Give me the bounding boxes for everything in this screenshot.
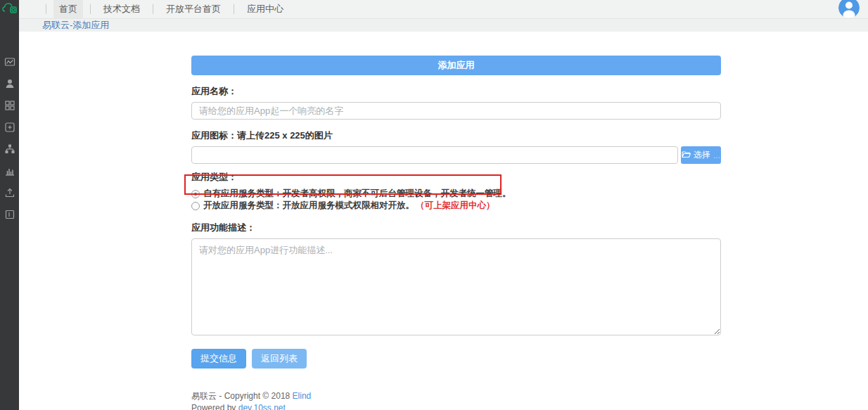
radio-open-service-note: （可上架应用中心） xyxy=(416,200,495,212)
breadcrumb[interactable]: 易联云-添加应用 xyxy=(42,19,109,32)
nav-separator xyxy=(153,4,153,14)
page: 首页 技术文档 开放平台首页 应用中心 易联云-添加应用 添加应用 应用名称： … xyxy=(0,0,868,410)
main-area: 首页 技术文档 开放平台首页 应用中心 易联云-添加应用 添加应用 应用名称： … xyxy=(19,0,868,410)
choose-file-button[interactable]: 选择 ... xyxy=(681,146,721,164)
choose-file-label: 选择 xyxy=(694,149,710,161)
app-name-input[interactable] xyxy=(191,102,721,120)
form-actions: 提交信息 返回列表 xyxy=(191,349,721,369)
radio-open-service-label: 开放应用服务类型：开放应用服务模式权限相对开放。 xyxy=(203,200,414,212)
radio-row-open-service: 开放应用服务类型：开放应用服务模式权限相对开放。 （可上架应用中心） xyxy=(191,200,721,212)
breadcrumb-bar: 易联云-添加应用 xyxy=(19,19,868,32)
footer-dev-link[interactable]: dev.10ss.net xyxy=(238,403,286,410)
app-logo-cloud-icon[interactable] xyxy=(1,1,18,15)
panel-icon[interactable] xyxy=(4,209,15,220)
radio-own-service[interactable] xyxy=(191,190,200,198)
footer-powered-text: Powered by xyxy=(191,403,238,410)
add-app-form: 添加应用 应用名称： 应用图标：请上传225 x 225的图片 选择 ... xyxy=(191,32,721,410)
content: 添加应用 应用名称： 应用图标：请上传225 x 225的图片 选择 ... xyxy=(19,32,868,410)
upload-icon[interactable] xyxy=(4,187,15,198)
app-type-label: 应用类型： xyxy=(191,171,721,184)
apps-grid-icon[interactable] xyxy=(4,100,15,111)
footer-copyright: 易联云 - Copyright © 2018 Elind xyxy=(191,390,721,402)
radio-own-service-label: 自有应用服务类型：开发者高权限，商家不可后台管理设备，开发者统一管理。 xyxy=(203,188,511,200)
footer: 易联云 - Copyright © 2018 Elind Powered by … xyxy=(191,390,721,410)
choose-file-dots: ... xyxy=(713,150,720,160)
footer-elind-link[interactable]: Elind xyxy=(293,391,312,401)
radio-row-own-service: 自有应用服务类型：开发者高权限，商家不可后台管理设备，开发者统一管理。 xyxy=(191,188,721,200)
app-icon-file-row: 选择 ... xyxy=(191,146,721,164)
nav-item-open-platform[interactable]: 开放平台首页 xyxy=(160,0,226,18)
statistics-icon[interactable] xyxy=(4,165,15,177)
device-tree-icon[interactable] xyxy=(4,143,15,155)
footer-powered-by: Powered by dev.10ss.net xyxy=(191,402,721,410)
radio-open-service[interactable] xyxy=(191,202,200,210)
sidebar-icon-menu xyxy=(4,56,15,220)
nav-separator xyxy=(46,4,46,14)
app-type-section: 应用类型： 自有应用服务类型：开发者高权限，商家不可后台管理设备，开发者统一管理… xyxy=(191,171,721,212)
form-title: 添加应用 xyxy=(191,56,721,75)
nav-separator xyxy=(234,4,234,14)
app-desc-textarea[interactable] xyxy=(191,238,721,335)
nav-item-app-center[interactable]: 应用中心 xyxy=(241,0,289,18)
nav-item-home[interactable]: 首页 xyxy=(53,0,83,18)
app-name-label: 应用名称： xyxy=(191,85,721,98)
submit-button[interactable]: 提交信息 xyxy=(191,349,246,369)
dashboard-icon[interactable] xyxy=(4,56,15,68)
folder-icon xyxy=(682,150,691,160)
user-icon[interactable] xyxy=(4,78,15,89)
back-to-list-button[interactable]: 返回列表 xyxy=(252,349,307,369)
top-navbar: 首页 技术文档 开放平台首页 应用中心 xyxy=(19,0,868,19)
nav-item-tech-docs[interactable]: 技术文档 xyxy=(98,0,146,18)
nav-separator xyxy=(90,4,91,14)
user-avatar[interactable] xyxy=(838,0,860,18)
app-icon-path-input[interactable] xyxy=(191,146,678,164)
add-app-icon[interactable] xyxy=(4,122,15,133)
app-icon-label: 应用图标：请上传225 x 225的图片 xyxy=(191,129,721,142)
app-desc-label: 应用功能描述： xyxy=(191,222,721,234)
sidebar xyxy=(0,0,19,410)
footer-copyright-text: 易联云 - Copyright © 2018 xyxy=(191,391,293,401)
